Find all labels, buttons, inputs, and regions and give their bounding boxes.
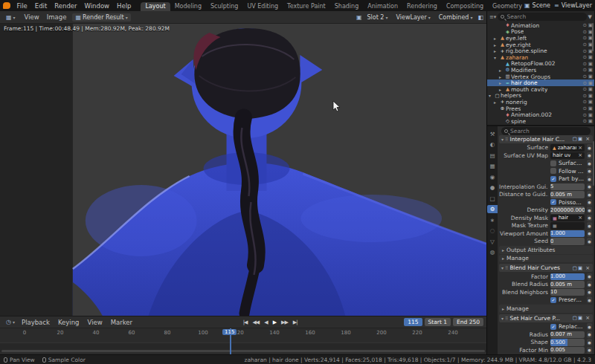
property-value-field[interactable]: 2000000.000 [550,207,585,214]
property-value-field[interactable]: 1.000 [550,273,585,281]
workspace-tab[interactable]: Layout [141,2,170,11]
collapsed-subpanel[interactable]: ▸ Manage [499,305,593,313]
drag-handle-icon[interactable]: ⠿ [505,137,508,142]
property-value-field[interactable]: 1.000 [550,230,585,238]
disable-render-camera-icon[interactable]: ▣ [588,80,593,86]
checkbox[interactable] [550,160,556,166]
hide-viewport-eye-icon[interactable]: ⊙ [582,54,586,60]
animate-property-icon[interactable]: ● [587,222,592,229]
menu-item[interactable]: Help [113,2,135,10]
modifier-display-toggles[interactable]: ▢▣ [573,315,583,321]
current-frame-field[interactable]: 115 [404,318,422,326]
property-value-field[interactable]: 0.005 [550,347,585,354]
menu-item[interactable]: View [84,319,106,326]
property-value-field[interactable]: 0.005 m [550,191,585,198]
hide-viewport-eye-icon[interactable]: ⊙ [582,80,586,86]
property-value-field[interactable]: 0 [550,238,585,245]
collapsed-subpanel[interactable]: ▸ Output Attributes [499,246,593,254]
disclosure-triangle-icon[interactable]: ▸ [494,100,499,105]
menu-item[interactable]: Edit [31,2,51,10]
disable-render-camera-icon[interactable]: ▣ [588,112,593,118]
view-layer-selector[interactable]: ≡ ViewLayer [554,2,592,9]
property-value-field[interactable]: 0.007 m [550,331,585,339]
animate-property-icon[interactable]: ● [587,273,592,280]
animate-property-icon[interactable]: ● [587,144,592,151]
disclosure-triangle-icon[interactable]: ▸ [494,36,499,41]
render-tab[interactable]: ◐ [487,140,498,149]
animate-property-icon[interactable]: ● [587,331,592,338]
scene-tab[interactable]: ◉ [487,173,498,181]
slot-selector[interactable]: Slot 2 ▾ [364,13,390,22]
animate-property-icon[interactable]: ● [587,199,592,206]
physics-tab[interactable]: ◌ [487,227,498,235]
menu-item[interactable]: File [13,2,31,10]
hide-viewport-eye-icon[interactable]: ⊙ [582,99,586,105]
property-value-field[interactable]: ▲ zaharan × [550,144,585,152]
disclosure-triangle-icon[interactable]: ▾ [494,55,499,60]
animate-property-icon[interactable]: ● [587,168,592,175]
clear-x-icon[interactable]: × [578,145,582,151]
disable-render-camera-icon[interactable]: ▣ [588,61,593,67]
clear-x-icon[interactable]: × [578,215,582,221]
disable-render-camera-icon[interactable]: ▣ [588,86,593,92]
menu-item[interactable]: Marker [107,319,136,326]
object-data-tab[interactable]: ▽ [487,238,498,246]
expand-collapse-icon[interactable]: ▾ [501,316,504,321]
outliner-row[interactable]: ♦ Animation.002 ⊙▣ [487,111,594,118]
outliner-row[interactable]: ▸ + rig.bone.spline ⊙▣ [487,48,594,54]
layer-selector[interactable]: ViewLayer ▾ [393,13,433,22]
workspace-tab[interactable]: Sculpting [206,2,242,11]
display-channels-icon[interactable]: ◧ [477,14,483,21]
jump-to-end-button[interactable]: ▶| [292,319,299,325]
blender-logo-icon[interactable] [3,2,10,9]
animate-property-icon[interactable]: ● [587,215,592,221]
property-value-field[interactable]: 10 [550,289,585,296]
menu-item[interactable]: View [21,13,43,21]
hide-viewport-eye-icon[interactable]: ⊙ [582,42,586,48]
menu-item[interactable]: Playback [18,319,54,326]
playhead[interactable]: 115 [230,328,231,354]
hide-viewport-eye-icon[interactable]: ⊙ [582,93,586,99]
animate-property-icon[interactable]: ● [587,296,592,303]
property-value-field[interactable]: ▦ [550,222,585,230]
animate-property-icon[interactable]: ● [587,191,592,198]
modifier-display-toggles[interactable]: ▢▣ [573,265,583,271]
expand-collapse-icon[interactable]: ▾ [501,137,504,142]
menu-item[interactable]: Window [81,2,114,10]
jump-to-start-button[interactable]: |◀ [242,319,249,325]
modifier-panel-header[interactable]: ▾ ⠿ Set Hair Curve P... ▢▣ × [499,314,593,322]
disable-render-camera-icon[interactable]: ▣ [588,93,593,99]
outliner-row[interactable]: ▸ ▲ mouth cavity ⊙▣ [487,86,594,93]
modifiers-tab[interactable]: ⚙ [487,205,498,213]
outliner-row[interactable]: ⊕ Prees ⊙▣ [487,105,594,112]
animate-property-icon[interactable]: ● [587,152,592,159]
outliner-row[interactable]: ▾ ▢ helpers ⊙▣ [487,93,594,100]
animate-property-icon[interactable]: ● [587,183,592,190]
filter-icon[interactable]: ▼ [588,14,592,20]
workspace-tab[interactable]: Shading [330,2,364,11]
editor-type-button[interactable]: ▦▾ [3,13,19,22]
animate-property-icon[interactable]: ● [587,238,592,244]
remove-modifier-icon[interactable]: × [585,136,591,142]
checkbox[interactable]: ✓ [550,297,556,303]
remove-modifier-icon[interactable]: × [585,265,591,271]
hide-viewport-eye-icon[interactable]: ⊙ [582,105,586,111]
workspace-tab[interactable]: Compositing [442,2,488,11]
hide-viewport-eye-icon[interactable]: ⊙ [582,118,586,124]
clear-x-icon[interactable]: × [578,152,582,158]
output-tab[interactable]: ▤ [487,152,498,160]
remove-modifier-icon[interactable]: × [585,315,591,321]
prev-keyframe-button[interactable]: ◀◀ [251,319,260,325]
particles-tab[interactable]: ∗ [487,216,498,224]
view-layer-tab[interactable]: ▦ [487,162,498,170]
outliner-scrollbar[interactable] [592,23,594,51]
modifier-panel-header[interactable]: ▾ ⠿ Interpolate Hair C... ▢▣ × [499,135,593,143]
disclosure-triangle-icon[interactable]: ▸ [499,87,504,92]
animate-property-icon[interactable]: ● [587,160,592,166]
disable-render-camera-icon[interactable]: ▣ [588,67,593,73]
checkbox[interactable]: ✓ [550,324,556,330]
menu-item[interactable]: Image [43,13,71,21]
outliner-row[interactable]: ▾ ▲ zaharan ⊙▣ [487,54,594,61]
hide-viewport-eye-icon[interactable]: ⊙ [582,48,586,54]
drag-handle-icon[interactable]: ⠿ [505,316,508,321]
